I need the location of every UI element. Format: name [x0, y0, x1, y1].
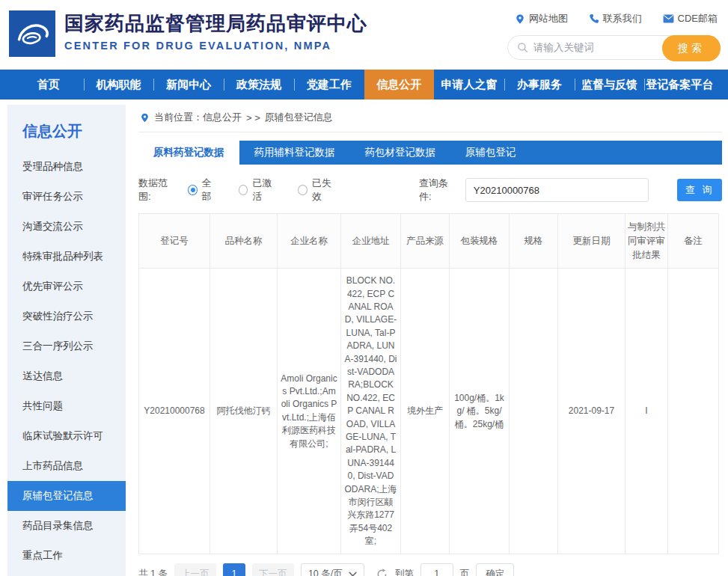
- next-page-button[interactable]: 下一页: [252, 563, 294, 576]
- tab-bar: 原料药登记数据 药用辅料登记数据 药包材登记数据 原辅包登记: [138, 141, 722, 165]
- breadcrumb-separator: > >: [246, 112, 260, 123]
- col-joint-review-result: 与制剂共同审评审批结果: [625, 214, 668, 269]
- col-packaging-spec: 包装规格: [450, 214, 510, 269]
- breadcrumb-current: 原辅包登记信息: [265, 111, 333, 124]
- scope-label: 数据范围:: [138, 177, 177, 203]
- nav-item-applicant[interactable]: 申请人之窗: [434, 70, 504, 99]
- mail-icon: [663, 14, 674, 23]
- mail-label: CDE邮箱: [678, 12, 718, 25]
- refresh-icon[interactable]: [376, 568, 388, 576]
- scope-radio-group: 全部 已激活 已失效: [188, 177, 338, 203]
- sidebar-item-review-tasks[interactable]: 审评任务公示: [7, 182, 126, 212]
- tab-packaging-data[interactable]: 药包材登记数据: [350, 141, 451, 165]
- top-links: 网站地图 联系我们 CDE邮箱: [507, 12, 721, 25]
- sidebar-item-communication[interactable]: 沟通交流公示: [7, 212, 126, 242]
- sidebar-item-three-in-one[interactable]: 三合一序列公示: [7, 331, 126, 361]
- col-remarks: 备注: [668, 214, 719, 269]
- nav-item-news[interactable]: 新闻中心: [153, 70, 224, 99]
- sitemap-link[interactable]: 网站地图: [515, 12, 568, 25]
- body: 信息公开 受理品种信息 审评任务公示 沟通交流公示 特殊审批品种列表 优先审评公…: [0, 99, 728, 576]
- nav-item-party[interactable]: 党建工作: [294, 70, 364, 99]
- sidebar-item-accepted-varieties[interactable]: 受理品种信息: [7, 152, 126, 182]
- col-spec: 规格: [510, 214, 558, 269]
- jump-confirm-button[interactable]: 确定: [476, 563, 514, 576]
- col-update-date: 更新日期: [558, 214, 625, 269]
- cell-packaging-spec: 100g/桶。1kg/ 桶。5kg/ 桶。25kg/桶: [450, 269, 510, 554]
- site-title-cn: 国家药品监督管理局药品审评中心: [64, 12, 367, 35]
- cell-company-address: BLOCK NO.422, ECP CANAL ROAD, VILLAGE-LU…: [341, 269, 401, 554]
- sidebar-item-marketed-drugs[interactable]: 上市药品信息: [7, 451, 126, 481]
- sidebar-item-clinical-trial[interactable]: 临床试验默示许可: [7, 421, 126, 451]
- radio-expired[interactable]: 已失效: [298, 177, 338, 203]
- page-number-1[interactable]: 1: [223, 563, 245, 576]
- sidebar-item-special-approval[interactable]: 特殊审批品种列表: [7, 242, 126, 272]
- page: 国家药品监督管理局药品审评中心 CENTER FOR DRUG EVALUATI…: [0, 0, 728, 576]
- search-button[interactable]: 搜索: [662, 35, 721, 61]
- pagination: 共 1 条 上一页 1 下一页 10 条/页 到第 页 确定: [138, 563, 722, 576]
- content: 当前位置：信息公开 > > 原辅包登记信息 原料药登记数据 药用辅料登记数据 药…: [138, 105, 722, 576]
- cell-company-name: Amoli Organics Pvt.Ltd.;Amoli Organics P…: [278, 269, 341, 554]
- registration-table: 登记号 品种名称 企业名称 企业地址 产品来源 包装规格 规格 更新日期 与制剂…: [138, 213, 719, 554]
- sidebar-item-priority-review[interactable]: 优先审评公示: [7, 272, 126, 301]
- radio-expired-dot: [298, 185, 308, 195]
- mail-link[interactable]: CDE邮箱: [663, 12, 718, 25]
- table-row: Y20210000768 阿托伐他汀钙 Amoli Organics Pvt.L…: [139, 269, 719, 554]
- cell-update-date: 2021-09-17: [558, 269, 625, 554]
- sidebar-item-common-issues[interactable]: 共性问题: [7, 391, 126, 421]
- jump-page-input[interactable]: [420, 563, 453, 576]
- col-product-origin: 产品来源: [401, 214, 450, 269]
- nav-item-services[interactable]: 办事服务: [504, 70, 575, 99]
- sidebar: 信息公开 受理品种信息 审评任务公示 沟通交流公示 特殊审批品种列表 优先审评公…: [7, 105, 126, 576]
- location-pin-icon: [515, 13, 525, 25]
- contact-link[interactable]: 联系我们: [589, 12, 642, 25]
- radio-all[interactable]: 全部: [188, 177, 219, 203]
- site-header: 国家药品监督管理局药品审评中心 CENTER FOR DRUG EVALUATI…: [0, 0, 728, 70]
- query-label: 查询条件:: [419, 177, 458, 203]
- nav-item-supervision[interactable]: 监督与反馈: [575, 70, 645, 99]
- prev-page-button[interactable]: 上一页: [174, 563, 216, 576]
- query-search-button[interactable]: 查 询: [677, 179, 722, 201]
- contact-label: 联系我们: [603, 12, 642, 25]
- radio-activated-dot: [239, 185, 248, 195]
- sitemap-label: 网站地图: [529, 12, 568, 25]
- sidebar-item-key-work[interactable]: 重点工作: [7, 541, 126, 571]
- breadcrumb: 当前位置：信息公开 > > 原辅包登记信息: [138, 105, 722, 132]
- tab-excipient-data[interactable]: 药用辅料登记数据: [239, 141, 350, 165]
- radio-all-label: 全部: [202, 177, 219, 203]
- radio-all-dot: [188, 185, 198, 195]
- jump-unit: 页: [460, 568, 470, 576]
- sidebar-item-drug-catalog[interactable]: 药品目录集信息: [7, 511, 126, 541]
- sidebar-item-raw-aux-pack[interactable]: 原辅包登记信息: [7, 481, 126, 511]
- cell-joint-review-result: I: [625, 269, 668, 554]
- breadcrumb-pin-icon: [140, 112, 150, 123]
- radio-activated-label: 已激活: [252, 177, 278, 203]
- nav-item-info-disclosure[interactable]: 信息公开: [364, 70, 435, 99]
- radio-activated[interactable]: 已激活: [239, 177, 279, 203]
- cell-registration-no: Y20210000768: [139, 269, 210, 554]
- sidebar-item-delivery-info[interactable]: 送达信息: [7, 361, 126, 391]
- sidebar-item-breakthrough-therapy[interactable]: 突破性治疗公示: [7, 301, 126, 331]
- filter-row: 数据范围: 全部 已激活 已失效 查询条件:: [138, 177, 722, 203]
- col-variety-name: 品种名称: [210, 214, 278, 269]
- header-right: 网站地图 联系我们 CDE邮箱: [507, 10, 721, 60]
- main-nav: 首页 机构职能 新闻中心 政策法规 党建工作 信息公开 申请人之窗 办事服务 监…: [0, 70, 728, 99]
- cde-logo: [9, 10, 55, 57]
- cell-variety-name: 阿托伐他汀钙: [210, 269, 278, 554]
- cde-logo-icon: [11, 13, 53, 55]
- nav-item-home[interactable]: 首页: [13, 70, 84, 99]
- tab-raw-aux-pack-registration[interactable]: 原辅包登记: [450, 141, 531, 165]
- nav-item-org[interactable]: 机构职能: [84, 70, 154, 99]
- breadcrumb-prefix[interactable]: 当前位置：信息公开: [154, 111, 242, 124]
- phone-icon: [589, 13, 599, 24]
- jump-label: 到第: [395, 568, 414, 576]
- cell-spec: [510, 269, 558, 554]
- site-title-en: CENTER FOR DRUG EVALUATION, NMPA: [64, 40, 367, 52]
- tab-api-data[interactable]: 原料药登记数据: [138, 141, 239, 165]
- cell-remarks: [668, 269, 719, 554]
- nav-item-registration-platform[interactable]: 登记备案平台: [644, 70, 715, 99]
- chevron-down-icon: [349, 572, 357, 576]
- nav-item-policy[interactable]: 政策法规: [224, 70, 294, 99]
- page-size-select[interactable]: 10 条/页: [301, 563, 364, 576]
- query-input[interactable]: [465, 178, 649, 202]
- site-title-block: 国家药品监督管理局药品审评中心 CENTER FOR DRUG EVALUATI…: [64, 10, 367, 52]
